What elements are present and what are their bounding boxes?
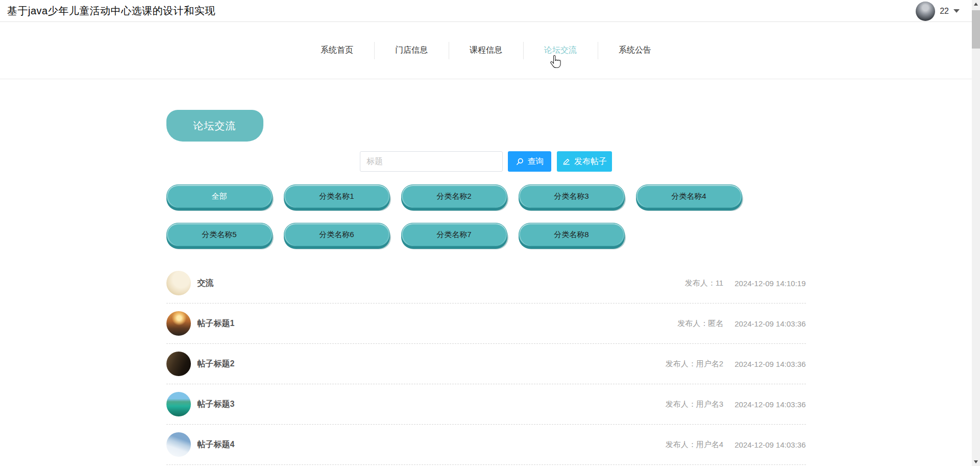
nav-item-3[interactable]: 课程信息 xyxy=(449,45,523,56)
post-title[interactable]: 帖子标题1 xyxy=(198,318,235,329)
post-time: 2024-12-09 14:10:19 xyxy=(734,279,805,288)
post-meta: 发布人：112024-12-09 14:10:19 xyxy=(685,278,806,288)
chevron-down-icon[interactable] xyxy=(953,9,960,13)
query-button-label: 查询 xyxy=(528,156,544,167)
scrollbar-thumb[interactable] xyxy=(972,10,980,49)
post-time: 2024-12-09 14:03:36 xyxy=(734,400,805,409)
title-search-input[interactable] xyxy=(360,151,503,172)
forum-section: 论坛交流 查询 发布帖子 全部分类 xyxy=(166,110,806,465)
post-publisher: 发布人：用户名2 xyxy=(666,359,723,369)
section-title-badge: 论坛交流 xyxy=(166,110,263,142)
publish-post-button[interactable]: 发布帖子 xyxy=(557,151,612,172)
snow-ski-avatar xyxy=(166,432,191,457)
category-pill-3[interactable]: 分类名称3 xyxy=(519,184,625,208)
dark-library-avatar xyxy=(166,352,191,376)
forum-post-row[interactable]: 帖子标题2发布人：用户名22024-12-09 14:03:36 xyxy=(166,344,806,384)
user-id-label: 22 xyxy=(940,7,949,16)
post-title[interactable]: 交流 xyxy=(198,278,214,289)
post-publisher: 发布人：匿名 xyxy=(677,319,723,329)
post-time: 2024-12-09 14:03:36 xyxy=(734,360,805,368)
content-area: 基于java少年儿童活动中心选课的设计和实现 22 系统首页门店信息课程信息论坛… xyxy=(0,0,972,465)
scroll-down-arrow-icon[interactable] xyxy=(972,458,980,466)
query-button[interactable]: 查询 xyxy=(508,151,551,172)
post-time: 2024-12-09 14:03:36 xyxy=(734,319,805,328)
main-nav: 系统首页门店信息课程信息论坛交流系统公告 xyxy=(0,22,972,79)
category-pill-4[interactable]: 分类名称4 xyxy=(636,184,742,208)
search-row: 查询 发布帖子 xyxy=(166,151,806,172)
pen-icon xyxy=(562,157,571,166)
post-title[interactable]: 帖子标题2 xyxy=(198,359,235,369)
forum-post-row[interactable]: 帖子标题3发布人：用户名32024-12-09 14:03:36 xyxy=(166,384,806,425)
forum-post-row[interactable]: 帖子标题4发布人：用户名42024-12-09 14:03:36 xyxy=(166,425,806,465)
category-pill-8[interactable]: 分类名称8 xyxy=(519,223,625,246)
category-pill-7[interactable]: 分类名称7 xyxy=(401,223,507,246)
floral-beige-avatar xyxy=(166,271,191,295)
post-title[interactable]: 帖子标题3 xyxy=(198,399,235,410)
nav-item-1[interactable]: 系统首页 xyxy=(300,45,374,56)
category-pill-1[interactable]: 分类名称1 xyxy=(284,184,390,208)
user-avatar[interactable] xyxy=(916,2,935,21)
category-pill-6[interactable]: 分类名称6 xyxy=(284,223,390,246)
category-filter-list: 全部分类名称1分类名称2分类名称3分类名称4分类名称5分类名称6分类名称7分类名… xyxy=(166,184,758,246)
sunset-harbor-avatar xyxy=(166,311,191,336)
app-title: 基于java少年儿童活动中心选课的设计和实现 xyxy=(0,0,972,22)
app-header: 基于java少年儿童活动中心选课的设计和实现 22 xyxy=(0,0,972,22)
main-nav-items: 系统首页门店信息课程信息论坛交流系统公告 xyxy=(300,42,672,59)
page-root: 基于java少年儿童活动中心选课的设计和实现 22 系统首页门店信息课程信息论坛… xyxy=(0,0,980,466)
post-time: 2024-12-09 14:03:36 xyxy=(734,440,805,449)
nav-item-2[interactable]: 门店信息 xyxy=(375,45,449,56)
post-publisher: 发布人：11 xyxy=(685,278,724,288)
post-title[interactable]: 帖子标题4 xyxy=(198,439,235,450)
publish-button-label: 发布帖子 xyxy=(574,156,607,167)
post-meta: 发布人：用户名32024-12-09 14:03:36 xyxy=(666,400,806,409)
post-meta: 发布人：用户名22024-12-09 14:03:36 xyxy=(666,359,806,369)
user-menu[interactable]: 22 xyxy=(916,0,960,22)
post-meta: 发布人：用户名42024-12-09 14:03:36 xyxy=(666,440,806,450)
forum-post-row[interactable]: 交流发布人：112024-12-09 14:10:19 xyxy=(166,263,806,304)
category-pill-2[interactable]: 分类名称2 xyxy=(401,184,507,208)
scroll-up-arrow-icon[interactable] xyxy=(972,0,980,8)
scrollbar[interactable] xyxy=(972,0,980,466)
nav-item-5[interactable]: 系统公告 xyxy=(598,45,672,56)
forum-post-row[interactable]: 帖子标题1发布人：匿名2024-12-09 14:03:36 xyxy=(166,304,806,344)
tropical-island-avatar xyxy=(166,392,191,416)
category-pill-5[interactable]: 分类名称5 xyxy=(166,223,273,246)
post-meta: 发布人：匿名2024-12-09 14:03:36 xyxy=(677,319,805,329)
post-publisher: 发布人：用户名3 xyxy=(666,400,723,409)
magnifier-icon xyxy=(516,157,524,166)
post-publisher: 发布人：用户名4 xyxy=(666,440,723,450)
forum-post-list: 交流发布人：112024-12-09 14:10:19帖子标题1发布人：匿名20… xyxy=(166,263,806,465)
category-pill-0[interactable]: 全部 xyxy=(166,184,273,208)
nav-item-4[interactable]: 论坛交流 xyxy=(524,45,598,56)
